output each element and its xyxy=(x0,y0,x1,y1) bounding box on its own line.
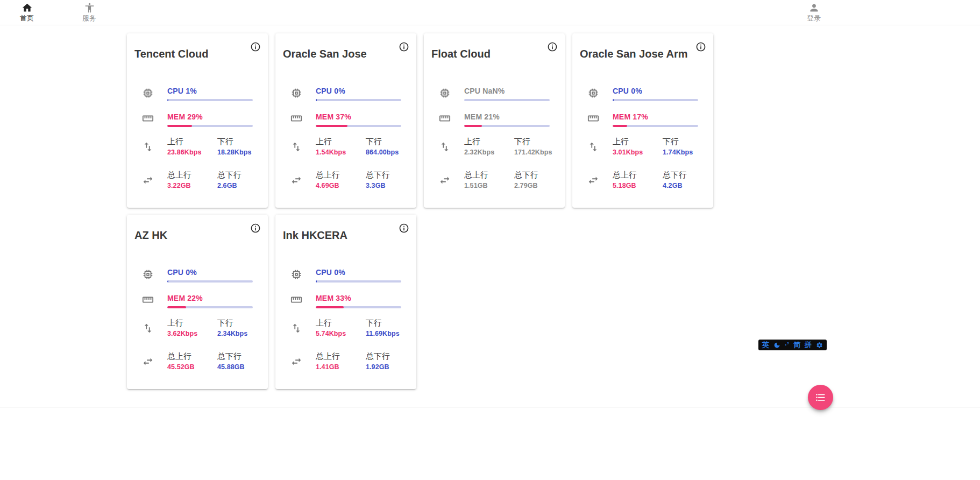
total-upload-value: 4.69GB xyxy=(316,181,366,191)
cpu-progress-bar xyxy=(613,99,698,101)
mem-progress-bar xyxy=(613,125,698,127)
upload-label: 上行 xyxy=(464,136,514,147)
cpu-progress-bar xyxy=(316,99,401,101)
info-button[interactable] xyxy=(397,222,410,235)
total-download-value: 45.88GB xyxy=(217,362,253,372)
download-value: 864.00bps xyxy=(366,147,401,158)
swap-horizontal-icon xyxy=(290,169,316,191)
upload-label: 上行 xyxy=(316,317,366,328)
upload-label: 上行 xyxy=(613,136,663,147)
download-label: 下行 xyxy=(366,317,401,328)
total-upload-label: 总上行 xyxy=(464,169,514,180)
server-list-fab[interactable] xyxy=(808,385,833,410)
total-upload-label: 总上行 xyxy=(167,350,217,362)
mem-row: MEM 21% xyxy=(439,112,550,127)
info-icon xyxy=(695,41,706,52)
info-button[interactable] xyxy=(546,40,559,53)
top-nav-bar: 首页 服务 登录 xyxy=(0,0,980,25)
cpu-usage-label: CPU NaN% xyxy=(464,86,550,96)
cpu-row: CPU 0% xyxy=(142,267,253,283)
ime-simplified-toggle[interactable]: 简 xyxy=(793,340,800,350)
mem-row: MEM 37% xyxy=(290,112,401,127)
gear-icon[interactable] xyxy=(816,342,823,349)
info-icon xyxy=(547,41,558,52)
server-card: Oracle San Jose Arm CPU 0% MEM 17% xyxy=(572,33,713,208)
bandwidth-row: 上行 1.54Kbps 下行 864.00bps xyxy=(290,136,401,158)
mem-row: MEM 17% xyxy=(587,112,698,127)
total-download-label: 总下行 xyxy=(217,350,253,362)
download-value: 2.34Kbps xyxy=(217,329,253,339)
ime-toolbar[interactable]: 英 ·’ 简 拼 xyxy=(758,340,827,350)
total-traffic-row: 总上行 3.22GB 总下行 2.6GB xyxy=(142,169,253,191)
swap-vertical-icon xyxy=(439,136,464,158)
nav-login-label: 登录 xyxy=(797,14,831,22)
download-value: 18.28Kbps xyxy=(217,147,253,158)
server-name: Float Cloud xyxy=(431,47,491,60)
bandwidth-row: 上行 23.86Kbps 下行 18.28Kbps xyxy=(142,136,253,158)
cpu-row: CPU 0% xyxy=(290,267,401,283)
moon-icon[interactable] xyxy=(773,342,780,349)
cpu-row: CPU 1% xyxy=(142,86,253,101)
server-name: AZ HK xyxy=(134,229,167,242)
server-name: Oracle San Jose xyxy=(283,47,367,60)
server-name: Tencent Cloud xyxy=(134,47,208,60)
mem-usage-label: MEM 21% xyxy=(464,112,550,122)
total-upload-value: 1.51GB xyxy=(464,181,514,191)
ime-english-toggle[interactable]: 英 xyxy=(762,340,769,350)
download-label: 下行 xyxy=(514,136,552,147)
cpu-row: CPU 0% xyxy=(290,86,401,101)
total-upload-value: 3.22GB xyxy=(167,181,217,191)
total-traffic-row: 总上行 5.18GB 总下行 4.2GB xyxy=(587,169,698,191)
cpu-progress-fill xyxy=(613,99,614,101)
cpu-chip-icon xyxy=(587,86,613,101)
info-icon xyxy=(399,223,409,234)
accessibility-icon xyxy=(84,2,95,13)
swap-horizontal-icon xyxy=(439,169,464,191)
swap-vertical-icon xyxy=(142,136,167,158)
info-button[interactable] xyxy=(249,222,262,235)
server-name: Oracle San Jose Arm xyxy=(580,47,687,60)
nav-item-home[interactable]: 首页 xyxy=(10,2,44,22)
info-button[interactable] xyxy=(397,40,410,53)
mem-usage-label: MEM 22% xyxy=(167,293,253,303)
server-status-dashboard: { "nav": { "home": { "label": "首页" }, "s… xyxy=(0,0,980,480)
mem-progress-fill xyxy=(167,125,192,127)
mem-progress-fill xyxy=(167,306,186,308)
info-icon xyxy=(250,41,261,52)
mem-usage-label: MEM 37% xyxy=(316,112,401,122)
download-label: 下行 xyxy=(663,136,698,147)
info-button[interactable] xyxy=(249,40,262,53)
total-upload-label: 总上行 xyxy=(613,169,663,180)
upload-value: 5.74Kbps xyxy=(316,329,366,339)
mem-row: MEM 22% xyxy=(142,293,253,308)
mem-progress-bar xyxy=(167,306,253,308)
total-traffic-row: 总上行 4.69GB 总下行 3.3GB xyxy=(290,169,401,191)
nav-item-login[interactable]: 登录 xyxy=(797,2,831,22)
ime-punctuation-toggle[interactable]: ·’ xyxy=(785,340,789,350)
cpu-row: CPU NaN% xyxy=(439,86,550,101)
swap-vertical-icon xyxy=(290,136,316,158)
ime-pinyin-label[interactable]: 拼 xyxy=(805,340,812,350)
info-button[interactable] xyxy=(694,40,707,53)
nav-item-services[interactable]: 服务 xyxy=(72,2,106,22)
cpu-chip-icon xyxy=(439,86,464,101)
cpu-chip-icon xyxy=(142,267,167,283)
total-download-value: 2.6GB xyxy=(217,181,253,191)
total-traffic-row: 总上行 1.41GB 总下行 1.92GB xyxy=(290,350,401,372)
upload-value: 3.01Kbps xyxy=(613,147,663,158)
server-card: Ink HKCERA CPU 0% MEM 33% xyxy=(275,215,416,389)
upload-value: 1.54Kbps xyxy=(316,147,366,158)
cpu-progress-fill xyxy=(316,99,317,101)
cpu-progress-bar xyxy=(167,280,253,283)
total-traffic-row: 总上行 45.52GB 总下行 45.88GB xyxy=(142,350,253,372)
total-upload-label: 总上行 xyxy=(316,350,366,362)
download-label: 下行 xyxy=(366,136,401,147)
cpu-progress-fill xyxy=(167,99,168,101)
bandwidth-row: 上行 5.74Kbps 下行 11.69Kbps xyxy=(290,317,401,339)
download-value: 1.74Kbps xyxy=(663,147,698,158)
download-label: 下行 xyxy=(217,317,253,328)
mem-usage-label: MEM 29% xyxy=(167,112,253,122)
mem-progress-fill xyxy=(316,306,344,308)
footer-divider xyxy=(0,407,980,407)
mem-progress-fill xyxy=(316,125,347,127)
